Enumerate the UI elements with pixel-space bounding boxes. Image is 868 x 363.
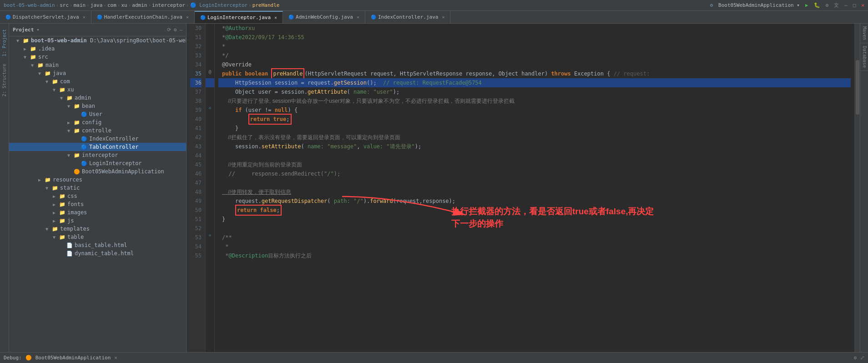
breadcrumb-bar: boot-05-web-admin › src › main › java › … — [0, 0, 868, 11]
debug-label: Debug: — [4, 355, 22, 361]
tree-node-fonts[interactable]: ▶ 📁 fonts — [9, 200, 186, 208]
breadcrumb-item[interactable]: 🔵 LoginInterceptor — [190, 2, 248, 8]
tree-node-interceptor[interactable]: ▼ 📁 interceptor — [9, 151, 186, 159]
run-icon[interactable]: ⚙ — [710, 2, 713, 8]
java-file-icon: 🔵 — [288, 15, 294, 20]
tree-node-config[interactable]: ▶ 📁 config — [9, 118, 186, 126]
tree-node-templates[interactable]: ▼ 📁 templates — [9, 225, 186, 233]
tree-node-java[interactable]: ▼ 📁 java — [9, 69, 186, 77]
sidebar: Project ▾ ⟳ ⚙ — ▼ 📁 boot-05-web-admin D:… — [9, 24, 187, 352]
tree-node-table-folder[interactable]: ▼ 📁 table — [9, 233, 186, 241]
expand-icon[interactable]: ⤢ — [860, 355, 864, 361]
tab-handlerexecutionchain[interactable]: 🔵 HandlerExecutionChain.java ✕ — [91, 11, 195, 23]
settings-icon[interactable]: ⚙ — [174, 27, 177, 33]
tab-adminwebconfig[interactable]: 🔵 AdminWebConfig.java ✕ — [283, 11, 365, 23]
breadcrumb-item[interactable]: com — [107, 2, 116, 8]
code-editor: 30 31 32 33 34 35 36 37 38 39 40 41 42 4… — [187, 24, 860, 352]
tree-node-js[interactable]: ▶ 📁 js — [9, 217, 186, 225]
tree-node-controlle[interactable]: ▼ 📁 controlle — [9, 126, 186, 135]
structure-panel-tab[interactable]: 2: Structure — [1, 60, 8, 100]
tab-close[interactable]: ✕ — [83, 15, 86, 20]
tree-node-static[interactable]: ▼ 📁 static — [9, 184, 186, 192]
tree-node-xu[interactable]: ▼ 📁 xu — [9, 86, 186, 94]
line-num: 33 — [190, 51, 202, 60]
line-num: 54 — [190, 242, 202, 251]
tree-node-indexcontroller[interactable]: 🔵 IndexController — [9, 135, 186, 143]
tab-label: LoginInterceptor.java — [207, 15, 271, 20]
breadcrumb-item[interactable]: java — [91, 2, 103, 8]
settings-gear-icon[interactable]: ⚙ — [853, 355, 857, 361]
folder-icon: 📁 — [59, 193, 66, 199]
breadcrumb-sep: › — [70, 2, 73, 8]
code-line-45: //使用重定向到当前的登录页面 — [218, 160, 851, 169]
tree-node-basic-table[interactable]: 📄 basic_table.html — [9, 241, 186, 249]
folder-icon: 📁 — [30, 46, 36, 52]
tree-node-tablecontroller[interactable]: 🔵 TableController — [9, 143, 186, 151]
html-file-icon: 📄 — [66, 251, 73, 257]
scroll-thumb[interactable] — [856, 60, 859, 115]
folder-icon: 📁 — [45, 71, 51, 76]
tree-node-admin[interactable]: ▼ 📁 admin — [9, 94, 186, 102]
minimize-panel-icon[interactable]: — — [179, 27, 182, 33]
code-line-38: //只要进行了登录, session中就会存放一个user对象，只要该对象不为空… — [218, 96, 851, 106]
tree-node-root[interactable]: ▼ 📁 boot-05-web-admin D:\Java\springBoot… — [9, 36, 186, 45]
folder-icon: 📁 — [59, 234, 66, 240]
tree-node-main[interactable]: ▼ 📁 main — [9, 61, 186, 69]
tab-close[interactable]: ✕ — [186, 15, 189, 20]
breadcrumb-item[interactable]: interceptor — [152, 2, 185, 8]
tree-node-user[interactable]: 🔵 User — [9, 110, 186, 118]
maximize-button[interactable]: □ — [853, 2, 856, 8]
tab-close[interactable]: ✕ — [274, 15, 277, 20]
breadcrumb-sep: › — [128, 2, 131, 8]
debug-app-name[interactable]: Boot05WebAdminApplication — [35, 355, 111, 361]
tree-node-images[interactable]: ▶ 📁 images — [9, 208, 186, 217]
code-line-54: * — [218, 242, 851, 251]
tree-node-idea[interactable]: ▶ 📁 .idea — [9, 45, 186, 53]
code-line-30: * @Author xu — [218, 24, 851, 33]
tree-node-resources[interactable]: ▶ 📁 resources — [9, 176, 186, 184]
close-button[interactable]: ✕ — [861, 2, 864, 8]
run-button[interactable]: ▶ — [805, 2, 808, 8]
maven-panel-tab[interactable]: Maven — [860, 24, 868, 43]
folder-icon: 📁 — [30, 54, 36, 60]
tree-node-logininterceptor[interactable]: 🔵 LoginInterceptor — [9, 159, 186, 167]
debug-close[interactable]: ✕ — [114, 355, 117, 361]
settings-icon[interactable]: ⚙ — [826, 2, 829, 8]
debug-button[interactable]: 🐛 — [814, 2, 820, 8]
tree-node-src[interactable]: ▼ 📁 src — [9, 53, 186, 61]
tab-close[interactable]: ✕ — [357, 15, 359, 20]
code-line-44 — [218, 151, 851, 160]
java-file-icon: 🔵 — [81, 136, 87, 142]
tree-node-dynamic-table[interactable]: 📄 dynamic_table.html — [9, 249, 186, 257]
html-file-icon: 📄 — [66, 242, 73, 248]
breadcrumb-item[interactable]: xu — [121, 2, 127, 8]
folder-icon: 📁 — [45, 177, 51, 183]
tab-logininterceptor[interactable]: 🔵 LoginInterceptor.java ✕ — [195, 11, 283, 23]
breadcrumb-item[interactable]: preHandle — [252, 2, 280, 8]
code-line-53: /** — [218, 233, 851, 242]
database-panel-tab[interactable]: Database — [860, 43, 868, 71]
sidebar-dropdown[interactable]: ▾ — [36, 27, 40, 33]
tree-node-com[interactable]: ▼ 📁 com — [9, 77, 186, 86]
breadcrumb-item[interactable]: boot-05-web-admin — [4, 2, 55, 8]
tab-dispatcherservlet[interactable]: 🔵 DispatcherServlet.java ✕ — [0, 11, 91, 23]
translate-icon[interactable]: 文 — [834, 2, 839, 9]
project-panel-tab[interactable]: 1: Project — [1, 25, 8, 60]
code-line-41: } — [218, 124, 851, 133]
tab-indexcontroller[interactable]: 🔵 IndexController.java ✕ — [365, 11, 450, 23]
sync-icon[interactable]: ⟳ — [167, 27, 171, 33]
breadcrumb-item[interactable]: src — [60, 2, 69, 8]
folder-icon: 📁 — [59, 210, 66, 216]
breadcrumb-item[interactable]: main — [74, 2, 86, 8]
breadcrumb-item[interactable]: admin — [132, 2, 147, 8]
tree-node-css[interactable]: ▶ 📁 css — [9, 192, 186, 200]
code-content[interactable]: * @Author xu * @Date 2022/09/17 14:36:55… — [215, 24, 854, 352]
breadcrumb-sep: › — [186, 2, 189, 8]
code-scrollbar[interactable] — [854, 24, 860, 352]
debug-bar: Debug: 🟠 Boot05WebAdminApplication ✕ ⚙ ⤢ — [0, 352, 868, 363]
minimize-button[interactable]: — — [844, 2, 848, 8]
tree-node-bean[interactable]: ▼ 📁 bean — [9, 102, 186, 110]
tree-node-boot05app[interactable]: 🟠 Boot05WebAdminApplication — [9, 167, 186, 176]
sidebar-title: Project — [13, 27, 34, 33]
tab-close[interactable]: ✕ — [442, 15, 444, 20]
